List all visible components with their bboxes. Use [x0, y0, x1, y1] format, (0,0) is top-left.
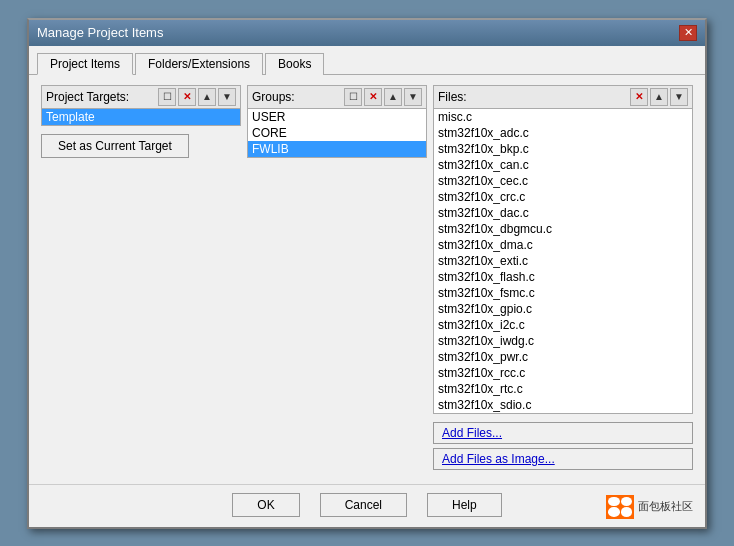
- files-list[interactable]: misc.cstm32f10x_adc.cstm32f10x_bkp.cstm3…: [434, 109, 692, 413]
- targets-up-btn[interactable]: ▲: [198, 88, 216, 106]
- groups-up-btn[interactable]: ▲: [384, 88, 402, 106]
- list-item[interactable]: stm32f10x_dma.c: [434, 237, 692, 253]
- targets-down-btn[interactable]: ▼: [218, 88, 236, 106]
- cancel-button[interactable]: Cancel: [320, 493, 407, 517]
- files-action-buttons: Add Files... Add Files as Image...: [433, 422, 693, 470]
- list-item[interactable]: stm32f10x_fsmc.c: [434, 285, 692, 301]
- files-panel-title: Files:: [438, 90, 630, 104]
- groups-new-btn[interactable]: ☐: [344, 88, 362, 106]
- watermark-circle: [608, 507, 620, 517]
- help-button[interactable]: Help: [427, 493, 502, 517]
- groups-column: Groups: ☐ ✕ ▲ ▼ USER CORE FWLIB: [247, 85, 427, 158]
- list-item[interactable]: stm32f10x_dac.c: [434, 205, 692, 221]
- targets-panel-header: Project Targets: ☐ ✕ ▲ ▼: [42, 86, 240, 109]
- groups-panel-header: Groups: ☐ ✕ ▲ ▼: [248, 86, 426, 109]
- close-button[interactable]: ✕: [679, 25, 697, 41]
- list-item[interactable]: stm32f10x_bkp.c: [434, 141, 692, 157]
- targets-list[interactable]: Template: [42, 109, 240, 125]
- list-item[interactable]: stm32f10x_iwdg.c: [434, 333, 692, 349]
- set-current-target-button[interactable]: Set as Current Target: [41, 134, 189, 158]
- files-up-btn[interactable]: ▲: [650, 88, 668, 106]
- targets-column: Project Targets: ☐ ✕ ▲ ▼ Template Set as…: [41, 85, 241, 158]
- groups-icons: ☐ ✕ ▲ ▼: [344, 88, 422, 106]
- tab-books[interactable]: Books: [265, 53, 324, 75]
- watermark-circle: [621, 497, 633, 507]
- title-bar: Manage Project Items ✕: [29, 20, 705, 46]
- targets-panel: Project Targets: ☐ ✕ ▲ ▼ Template: [41, 85, 241, 126]
- list-item[interactable]: stm32f10x_crc.c: [434, 189, 692, 205]
- dialog-buttons-row: OK Cancel 面包板社区 Help: [29, 484, 705, 527]
- list-item[interactable]: stm32f10x_exti.c: [434, 253, 692, 269]
- tabs-bar: Project Items Folders/Extensions Books: [29, 46, 705, 75]
- list-item[interactable]: misc.c: [434, 109, 692, 125]
- list-item[interactable]: stm32f10x_gpio.c: [434, 301, 692, 317]
- targets-actions: Set as Current Target: [41, 134, 241, 158]
- list-item[interactable]: stm32f10x_rcc.c: [434, 365, 692, 381]
- tab-project-items[interactable]: Project Items: [37, 53, 133, 75]
- list-item[interactable]: stm32f10x_adc.c: [434, 125, 692, 141]
- files-panel-header: Files: ✕ ▲ ▼: [434, 86, 692, 109]
- watermark-icon: [606, 495, 634, 519]
- add-files-image-button[interactable]: Add Files as Image...: [433, 448, 693, 470]
- ok-button[interactable]: OK: [232, 493, 299, 517]
- list-item[interactable]: stm32f10x_flash.c: [434, 269, 692, 285]
- watermark-text: 面包板社区: [638, 499, 693, 514]
- panels-area: Project Targets: ☐ ✕ ▲ ▼ Template Set as…: [41, 85, 693, 470]
- add-files-button[interactable]: Add Files...: [433, 422, 693, 444]
- groups-panel: Groups: ☐ ✕ ▲ ▼ USER CORE FWLIB: [247, 85, 427, 158]
- groups-panel-title: Groups:: [252, 90, 344, 104]
- list-item[interactable]: CORE: [248, 125, 426, 141]
- watermark: 面包板社区: [606, 495, 693, 519]
- targets-panel-title: Project Targets:: [46, 90, 158, 104]
- manage-project-dialog: Manage Project Items ✕ Project Items Fol…: [27, 18, 707, 529]
- groups-down-btn[interactable]: ▼: [404, 88, 422, 106]
- content-area: Project Targets: ☐ ✕ ▲ ▼ Template Set as…: [29, 75, 705, 480]
- targets-icons: ☐ ✕ ▲ ▼: [158, 88, 236, 106]
- targets-delete-btn[interactable]: ✕: [178, 88, 196, 106]
- watermark-circle: [621, 507, 633, 517]
- watermark-circle: [608, 497, 620, 507]
- files-down-btn[interactable]: ▼: [670, 88, 688, 106]
- list-item[interactable]: FWLIB: [248, 141, 426, 157]
- list-item[interactable]: stm32f10x_can.c: [434, 157, 692, 173]
- files-panel: Files: ✕ ▲ ▼ misc.cstm32f10x_adc.cstm32f…: [433, 85, 693, 414]
- tab-folders-extensions[interactable]: Folders/Extensions: [135, 53, 263, 75]
- list-item[interactable]: stm32f10x_sdio.c: [434, 397, 692, 413]
- files-icons: ✕ ▲ ▼: [630, 88, 688, 106]
- groups-delete-btn[interactable]: ✕: [364, 88, 382, 106]
- list-item[interactable]: stm32f10x_rtc.c: [434, 381, 692, 397]
- list-item[interactable]: stm32f10x_i2c.c: [434, 317, 692, 333]
- list-item[interactable]: USER: [248, 109, 426, 125]
- files-column: Files: ✕ ▲ ▼ misc.cstm32f10x_adc.cstm32f…: [433, 85, 693, 470]
- list-item[interactable]: stm32f10x_pwr.c: [434, 349, 692, 365]
- list-item[interactable]: stm32f10x_cec.c: [434, 173, 692, 189]
- list-item[interactable]: stm32f10x_dbgmcu.c: [434, 221, 692, 237]
- targets-new-btn[interactable]: ☐: [158, 88, 176, 106]
- groups-list[interactable]: USER CORE FWLIB: [248, 109, 426, 157]
- dialog-title: Manage Project Items: [37, 25, 163, 40]
- list-item[interactable]: Template: [42, 109, 240, 125]
- files-delete-btn[interactable]: ✕: [630, 88, 648, 106]
